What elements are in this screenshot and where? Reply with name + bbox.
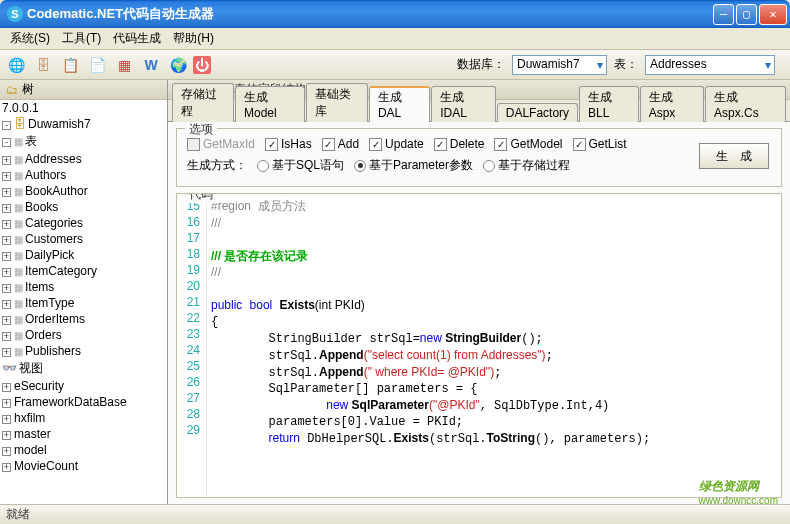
toolbar-table-icon[interactable]: ▦ [112, 53, 136, 77]
tab-3[interactable]: 生成DAL [369, 86, 430, 122]
tree-table-item[interactable]: +▦DailyPick [0, 247, 167, 263]
tree-table-item[interactable]: +▦Books [0, 199, 167, 215]
tab-2[interactable]: 基础类库 [306, 83, 368, 122]
tree-table-item[interactable]: +▦ItemType [0, 295, 167, 311]
tree-db-node[interactable]: -🗄Duwamish7 [0, 116, 167, 132]
tab-0[interactable]: 存储过程 [172, 83, 234, 122]
tree-table-item[interactable]: +▦Customers [0, 231, 167, 247]
tree-table-item[interactable]: +▦Publishers [0, 343, 167, 359]
chk-update[interactable]: Update [369, 137, 424, 151]
toolbar: 🌐 🗄 📋 📄 ▦ W 🌍 ⏻ 数据库： Duwamish7 表： Addres… [0, 50, 790, 80]
tab-1[interactable]: 生成Model [235, 86, 305, 122]
toolbar-db-icon[interactable]: 🌐 [4, 53, 28, 77]
options-group: 选项 GetMaxId IsHas Add Update Delete GetM… [176, 128, 782, 187]
tree-table-item[interactable]: +▦ItemCategory [0, 263, 167, 279]
tree-root-node[interactable]: 7.0.0.1 [0, 100, 167, 116]
tbl-label: 表： [614, 56, 638, 73]
tree-icon: 🗂 [6, 83, 18, 97]
chk-add[interactable]: Add [322, 137, 359, 151]
toolbar-stop-icon[interactable]: ⏻ [193, 56, 211, 74]
radio-proc[interactable]: 基于存储过程 [483, 157, 570, 174]
radio-sql[interactable]: 基于SQL语句 [257, 157, 344, 174]
chk-ishas[interactable]: IsHas [265, 137, 312, 151]
tree-view-item[interactable]: +model [0, 442, 167, 458]
tree-view-item[interactable]: +hxfilm [0, 410, 167, 426]
tree-label: 树 [22, 81, 34, 98]
tree-table-item[interactable]: +▦Authors [0, 167, 167, 183]
db-select[interactable]: Duwamish7 [512, 55, 607, 75]
main-panel: Addresses 表的字段结构 存储过程生成Model基础类库生成DAL生成I… [168, 80, 790, 504]
chk-delete[interactable]: Delete [434, 137, 485, 151]
chk-getmaxid[interactable]: GetMaxId [187, 137, 255, 151]
code-editor[interactable]: #region 成员方法 /// /// 是否存在该记录 /// public … [207, 196, 781, 497]
close-button[interactable]: ✕ [759, 4, 787, 25]
tbl-select[interactable]: Addresses [645, 55, 775, 75]
genmode-label: 生成方式： [187, 157, 247, 174]
tree-table-item[interactable]: +▦Items [0, 279, 167, 295]
tree-table-item[interactable]: +▦Categories [0, 215, 167, 231]
toolbar-connect-icon[interactable]: 🗄 [31, 53, 55, 77]
options-title: 选项 [185, 122, 217, 138]
tree-views-node[interactable]: 👓视图 [0, 359, 167, 378]
tree-view-item[interactable]: +eSecurity [0, 378, 167, 394]
toolbar-script-icon[interactable]: 📋 [58, 53, 82, 77]
tree-header: 🗂 树 [0, 80, 167, 100]
chk-getlist[interactable]: GetList [573, 137, 627, 151]
toolbar-web-icon[interactable]: 🌍 [166, 53, 190, 77]
radio-param[interactable]: 基于Parameter参数 [354, 157, 473, 174]
statusbar: 就绪 [0, 504, 790, 524]
tab-row: 存储过程生成Model基础类库生成DAL生成IDALDALFactory生成BL… [168, 100, 790, 122]
tree-table-item[interactable]: +▦Addresses [0, 151, 167, 167]
code-group: 代码 15 16 17 18 19 20 21 22 23 24 25 26 2… [176, 193, 782, 498]
tree-table-item[interactable]: +▦Orders [0, 327, 167, 343]
menu-tools[interactable]: 工具(T) [56, 28, 107, 49]
menu-system[interactable]: 系统(S) [4, 28, 56, 49]
tab-4[interactable]: 生成IDAL [431, 86, 495, 122]
tab-7[interactable]: 生成Aspx [640, 86, 704, 122]
titlebar: S Codematic.NET代码自动生成器 — ▢ ✕ [0, 0, 790, 28]
menu-codegen[interactable]: 代码生成 [107, 28, 167, 49]
maximize-button[interactable]: ▢ [736, 4, 757, 25]
code-title: 代码 [185, 193, 217, 203]
tree-view-item[interactable]: +master [0, 426, 167, 442]
menu-help[interactable]: 帮助(H) [167, 28, 220, 49]
tree-tables-node[interactable]: -▦表 [0, 132, 167, 151]
tree-view-item[interactable]: +MovieCount [0, 458, 167, 474]
window-title: Codematic.NET代码自动生成器 [27, 5, 713, 23]
tree-view-item[interactable]: +FrameworkDataBase [0, 394, 167, 410]
chk-getmodel[interactable]: GetModel [494, 137, 562, 151]
toolbar-query-icon[interactable]: 📄 [85, 53, 109, 77]
toolbar-word-icon[interactable]: W [139, 53, 163, 77]
tab-6[interactable]: 生成BLL [579, 86, 639, 122]
minimize-button[interactable]: — [713, 4, 734, 25]
sidebar: 🗂 树 7.0.0.1-🗄Duwamish7-▦表+▦Addresses+▦Au… [0, 80, 168, 504]
tree-table-item[interactable]: +▦BookAuthor [0, 183, 167, 199]
status-text: 就绪 [6, 506, 30, 523]
tree[interactable]: 7.0.0.1-🗄Duwamish7-▦表+▦Addresses+▦Author… [0, 100, 167, 504]
code-gutter: 15 16 17 18 19 20 21 22 23 24 25 26 27 2… [177, 196, 207, 497]
app-icon: S [7, 6, 23, 22]
db-label: 数据库： [457, 56, 505, 73]
tree-table-item[interactable]: +▦OrderItems [0, 311, 167, 327]
menubar: 系统(S) 工具(T) 代码生成 帮助(H) [0, 28, 790, 50]
tab-8[interactable]: 生成Aspx.Cs [705, 86, 786, 122]
tab-5[interactable]: DALFactory [497, 103, 578, 122]
generate-button[interactable]: 生成 [699, 143, 769, 169]
